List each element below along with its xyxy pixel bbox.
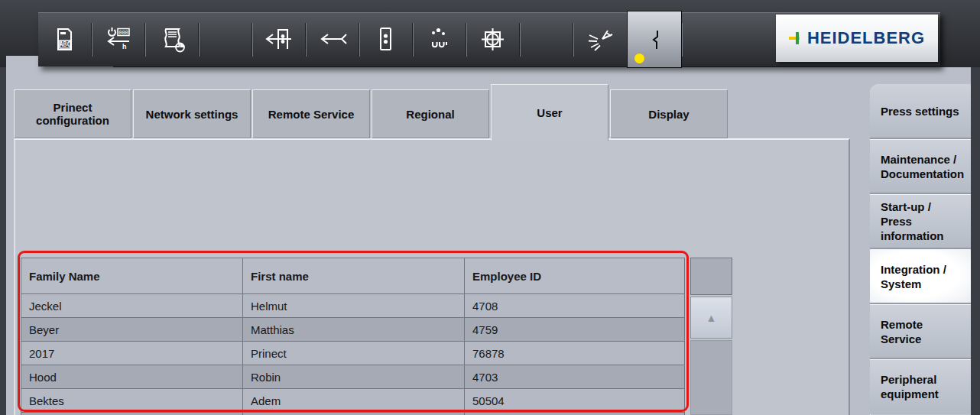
tab-regional[interactable]: Regional — [372, 89, 489, 138]
cell-first-name: Matthias — [243, 318, 465, 342]
svg-text:h: h — [122, 43, 127, 50]
cell-first-name: Prinect — [243, 342, 465, 365]
cell-family-name: 2017 — [21, 342, 243, 365]
scroll-up-button[interactable]: ▲ — [690, 297, 732, 339]
arrow-fork-icon — [316, 24, 349, 56]
tab-network-settings[interactable]: Network settings — [133, 89, 251, 138]
column-header-first-name: First name — [243, 258, 465, 294]
brand-logo-text: HEIDELBERG — [807, 28, 925, 48]
table-row[interactable]: Bektes Adem 50504 — [21, 389, 684, 413]
hook-icon — [638, 24, 670, 56]
toolbar-button-sheet-travel[interactable] — [306, 13, 359, 66]
sidebar-item-press-settings[interactable]: Press settings — [870, 84, 971, 139]
cell-family-name: Jeckel — [21, 294, 243, 318]
abc-card-icon: ABC — [49, 24, 81, 56]
user-table: Family Name First name Employee ID Jecke… — [21, 258, 685, 415]
toolbar-button-washup-spray[interactable] — [573, 13, 627, 66]
tab-prinect-configuration[interactable]: Prinect configuration — [14, 89, 131, 138]
sidebar-item-integration-system[interactable]: Integration / System — [870, 249, 971, 304]
cell-employee-id: 50504 — [465, 389, 684, 413]
sidebar-item-peripheral-equipment[interactable]: Peripheral equipment — [870, 359, 971, 414]
icon-toolbar: ABC 000 h — [38, 12, 940, 66]
toolbar-button-job-list-time[interactable] — [145, 13, 199, 66]
toolbar-button-sheet-infeed[interactable] — [252, 13, 306, 66]
tab-display[interactable]: Display — [610, 89, 728, 138]
tab-remote-service[interactable]: Remote Service — [252, 89, 370, 138]
toolbar-button-job-abc-card[interactable]: ABC — [38, 13, 92, 66]
table-header-row: Family Name First name Employee ID — [21, 258, 684, 294]
scroll-up-arrow-icon: ▲ — [706, 312, 717, 324]
brand-logo-panel: HEIDELBERG — [776, 15, 938, 62]
status-indicator-dot — [634, 53, 644, 63]
cell-family-name: Bektes — [21, 389, 243, 413]
cell-employee-id: 4708 — [465, 294, 684, 318]
scrollbar-track[interactable] — [690, 340, 732, 415]
cell-first-name: Adem — [243, 389, 465, 413]
settings-category-sidebar: Press settings Maintenance / Documentati… — [870, 84, 971, 415]
svg-text:ABC: ABC — [60, 41, 71, 48]
table-row[interactable]: Hood Robin 4703 — [21, 365, 684, 389]
sidebar-item-maintenance[interactable]: Maintenance / Documentation — [870, 139, 971, 194]
svg-text:000: 000 — [118, 30, 128, 36]
tab-user[interactable]: User — [491, 84, 608, 141]
toolbar-spacer-1 — [199, 13, 252, 66]
cell-employee-id: 4703 — [465, 365, 684, 389]
toolbar-spacer-2 — [520, 13, 573, 66]
toolbar-button-counter-reset[interactable]: 000 h — [92, 13, 145, 66]
toolbar-spacer-3 — [682, 13, 735, 66]
table-row[interactable]: Jeckel Helmut 4708 — [21, 294, 684, 318]
cell-employee-id: 76878 — [465, 342, 684, 365]
scrollbar-header-spacer — [690, 258, 732, 295]
cell-first-name: Helmut — [243, 294, 465, 318]
sidebar-item-startup[interactable]: Start-up / Press information — [870, 194, 971, 249]
column-header-family-name: Family Name — [21, 258, 243, 294]
door-dots-icon — [370, 24, 402, 56]
cell-first-name: Robin — [243, 365, 465, 389]
toolbar-button-powder-sprayer[interactable] — [413, 13, 466, 66]
paper-clock-icon — [156, 24, 188, 56]
counter-arrow-icon: 000 h — [102, 24, 135, 56]
cell-family-name: Hood — [21, 365, 243, 389]
cell-family-name: Beyer — [21, 318, 243, 342]
table-row[interactable]: Beyer Matthias 4759 — [21, 318, 684, 342]
spray-jet-icon — [584, 24, 616, 56]
toolbar-button-service-settings[interactable] — [627, 11, 682, 68]
toolbar-button-safety-guard[interactable] — [359, 13, 413, 66]
heidelberg-console-screen: ABC 000 h — [0, 0, 980, 415]
sidebar-item-remote-service[interactable]: Remote Service — [870, 304, 971, 359]
column-header-employee-id: Employee ID — [465, 258, 684, 294]
heidelberg-cross-icon — [789, 31, 803, 45]
dots-waves-icon — [423, 24, 456, 56]
cell-employee-id: 4759 — [465, 318, 684, 342]
table-row[interactable]: 2017 Prinect 76878 — [21, 342, 684, 365]
infeed-arrow-icon — [263, 24, 295, 56]
crosshair-icon — [477, 24, 509, 56]
toolbar-button-register[interactable] — [466, 13, 520, 66]
